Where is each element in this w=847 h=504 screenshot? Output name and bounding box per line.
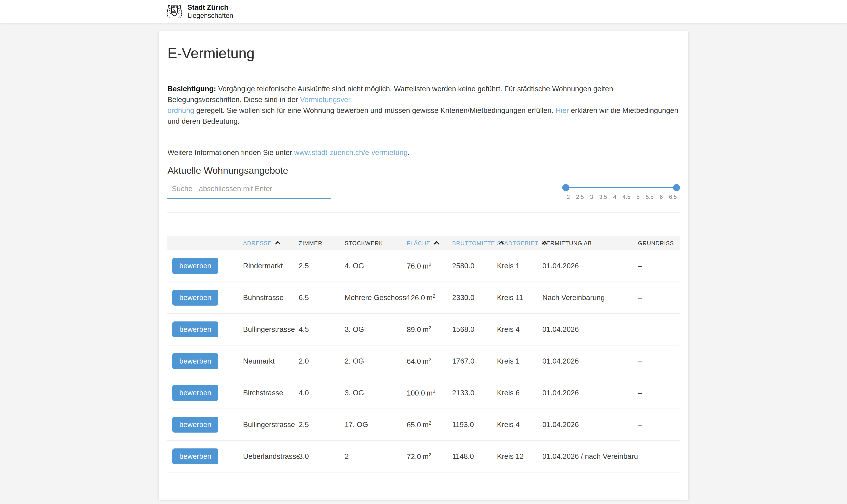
area-exponent: 2: [428, 357, 431, 362]
section-heading: Aktuelle Wohnungsangebote: [167, 165, 680, 176]
area-value: 64.0: [407, 357, 421, 365]
area-exponent: 2: [428, 452, 431, 457]
paragraph-text: .: [408, 148, 410, 157]
cell-vermietung-ab: 01.04.2026: [542, 250, 638, 282]
filter-row: 22.533.544.555.566.5: [167, 180, 680, 200]
area-exponent: 2: [428, 420, 431, 426]
sort-asc-icon: [542, 240, 547, 245]
brand-department: Liegenschaften: [188, 12, 233, 20]
cell-apply: bewerben: [167, 313, 243, 345]
area-unit: m: [427, 294, 433, 302]
cell-stockwerk: 4. OG: [345, 250, 407, 282]
table-row: bewerbenBuhnstrasse6.5Mehrere Geschosse1…: [167, 282, 680, 313]
paragraph-text: Weitere Informationen finden Sie unter: [167, 148, 294, 157]
column-header-fl-che[interactable]: FLÄCHE: [407, 236, 452, 250]
inline-link[interactable]: ordnung: [167, 106, 194, 114]
search-input[interactable]: [167, 180, 331, 199]
bewerben-button[interactable]: bewerben: [172, 321, 218, 337]
cell-zimmer: 2.0: [299, 345, 345, 377]
table-header-row: ADRESSEZIMMERSTOCKWERKFLÄCHEBRUTTOMIETES…: [167, 236, 680, 250]
bewerben-button[interactable]: bewerben: [172, 258, 218, 274]
cell-stockwerk: 2: [345, 440, 407, 472]
cell-stockwerk: 2. OG: [345, 345, 407, 377]
cell-zimmer: 6.5: [299, 282, 345, 313]
column-header-label: ADRESSE: [243, 240, 272, 246]
cell-bruttomiete: 1193.0: [452, 409, 497, 440]
paragraph-text: geregelt. Sie wollen sich für eine Wohnu…: [194, 106, 555, 114]
intro-bold-text: Besichtigung:: [167, 85, 216, 93]
sort-asc-icon: [498, 240, 504, 245]
bewerben-button[interactable]: bewerben: [172, 417, 218, 433]
column-header-label: BRUTTOMIETE: [452, 240, 495, 246]
cell-apply: bewerben: [167, 250, 243, 282]
area-unit: m: [423, 452, 429, 461]
cell-adresse: Buhnstrasse: [243, 282, 299, 313]
area-value: 76.0: [407, 262, 421, 270]
slider-handle-max[interactable]: [673, 184, 680, 191]
area-exponent: 2: [433, 293, 436, 299]
column-header-zimmer[interactable]: ZIMMER: [299, 236, 345, 250]
cell-flaeche: 76.0m2: [407, 250, 452, 282]
bewerben-button[interactable]: bewerben: [172, 448, 218, 464]
inline-link[interactable]: Hier: [555, 106, 569, 114]
content-card: E-Vermietung Besichtigung: Vorgängige te…: [159, 31, 688, 500]
paragraph-text: Vorgängige telefonische Auskünfte sind n…: [167, 85, 613, 104]
cell-apply: bewerben: [167, 345, 243, 377]
topbar: Stadt Zürich Liegenschaften: [0, 0, 847, 23]
cell-bruttomiete: 1568.0: [452, 313, 497, 345]
cell-vermietung-ab: 01.04.2026: [542, 409, 638, 440]
bewerben-button[interactable]: bewerben: [172, 385, 218, 401]
table-row: bewerbenRindermarkt2.54. OG76.0m22580.0K…: [167, 250, 680, 282]
intro-paragraph: Besichtigung: Vorgängige telefonische Au…: [167, 84, 680, 127]
table-row: bewerbenBullingerstrasse2.517. OG65.0m21…: [167, 409, 680, 440]
cell-stockwerk: Mehrere Geschosse: [345, 282, 407, 313]
column-header-vermietung-ab[interactable]: VERMIETUNG AB: [542, 236, 638, 250]
inline-link[interactable]: www.stadt-zuerich.ch/e-vermietung: [294, 148, 408, 157]
area-value: 100.0: [407, 389, 425, 397]
cell-zimmer: 2.5: [299, 250, 345, 282]
listings-table: ADRESSEZIMMERSTOCKWERKFLÄCHEBRUTTOMIETES…: [167, 236, 680, 472]
rooms-range-slider: 22.533.544.555.566.5: [566, 187, 677, 200]
page-title: E-Vermietung: [167, 45, 680, 61]
bewerben-button[interactable]: bewerben: [172, 353, 218, 369]
cell-stadtgebiet: Kreis 6: [497, 377, 542, 409]
stadt-zuerich-logo[interactable]: Stadt Zürich Liegenschaften: [165, 3, 233, 20]
column-header-stockwerk[interactable]: STOCKWERK: [345, 236, 407, 250]
inline-link[interactable]: Vermietungsver-: [300, 95, 353, 104]
cell-zimmer: 4.0: [299, 377, 345, 409]
cell-apply: bewerben: [167, 377, 243, 409]
slider-track[interactable]: [566, 187, 677, 188]
cell-flaeche: 65.0m2: [407, 409, 452, 440]
column-header-label: GRUNDRISS: [638, 240, 674, 246]
column-header-grundriss[interactable]: GRUNDRISS: [638, 236, 680, 250]
area-value: 72.0: [407, 452, 421, 461]
slider-tick-label: 6.5: [669, 194, 677, 200]
slider-tick-label: 3: [589, 194, 594, 200]
slider-tick-label: 6: [659, 194, 664, 200]
cell-vermietung-ab: 01.04.2026: [542, 313, 638, 345]
bewerben-button[interactable]: bewerben: [172, 290, 218, 306]
slider-tick-label: 2: [566, 194, 571, 200]
cell-vermietung-ab: Nach Vereinbarung: [542, 282, 638, 313]
column-header-label: VERMIETUNG AB: [542, 240, 592, 246]
cell-adresse: Bullingerstrasse: [243, 313, 299, 345]
slider-tick-labels: 22.533.544.555.566.5: [566, 194, 677, 200]
cell-adresse: Neumarkt: [243, 345, 299, 377]
table-row: bewerbenUeberlandstrasse3.0272.0m21148.0…: [167, 440, 680, 472]
column-header-adresse[interactable]: ADRESSE: [243, 236, 299, 250]
area-unit: m: [423, 262, 429, 270]
cell-grundriss: –: [638, 282, 680, 313]
cell-bruttomiete: 1148.0: [452, 440, 497, 472]
cell-zimmer: 3.0: [299, 440, 345, 472]
column-header-bruttomiete[interactable]: BRUTTOMIETE: [452, 236, 497, 250]
sort-asc-icon: [275, 240, 281, 245]
slider-handle-min[interactable]: [562, 184, 569, 191]
area-unit: m: [423, 421, 429, 429]
cell-grundriss: –: [638, 313, 680, 345]
more-info-paragraph: Weitere Informationen finden Sie unter w…: [167, 147, 680, 158]
section-divider: [167, 213, 680, 213]
cell-stockwerk: 17. OG: [345, 409, 407, 440]
cell-stockwerk: 3. OG: [345, 377, 407, 409]
cell-stadtgebiet: Kreis 1: [497, 250, 542, 282]
area-exponent: 2: [433, 389, 436, 394]
